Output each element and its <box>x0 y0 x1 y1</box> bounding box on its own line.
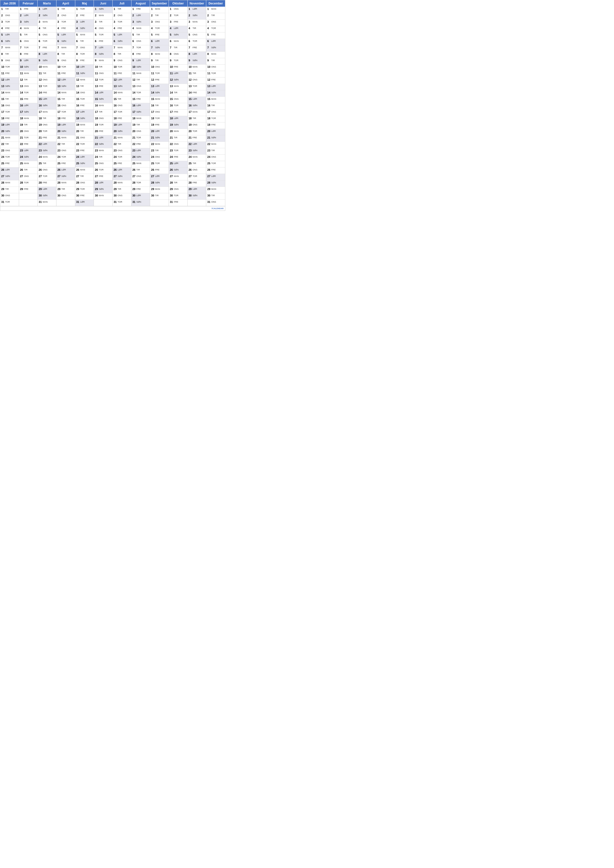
day-okt-18: 18LØR <box>169 116 187 122</box>
day-feb-24: 24SØN <box>19 155 37 161</box>
day-aug-12: 12TIR <box>132 78 150 84</box>
month-header-okt: Oktober <box>169 0 188 7</box>
day-dec-26: 26FRE <box>206 167 225 174</box>
day-mar-5: 5ONS <box>37 33 56 39</box>
day-sep-13: 13LØR <box>150 84 169 90</box>
day-aug-10: 10SØN <box>132 65 150 71</box>
day-sep-22: 22MAN <box>150 142 169 148</box>
day-aug-5: 5TIR <box>132 33 150 39</box>
day-jun-22: 22SØN <box>94 142 112 148</box>
day-okt-16: 16TOR <box>169 103 187 110</box>
day-maj-16: 16FRE <box>75 103 94 110</box>
day-jan-28: 28MAN <box>0 180 19 187</box>
day-nov-14: 14FRE <box>188 90 206 97</box>
day-apr-16: 16ONS <box>56 103 75 110</box>
day-aug-26: 26TIR <box>132 167 150 174</box>
day-nov-20: 20TOR <box>188 129 206 135</box>
day-feb-17: 17SØN <box>19 110 37 116</box>
day-jan-2: 2ONS <box>0 13 19 20</box>
day-maj-13: 13TIR <box>75 84 94 90</box>
day-jun-26: 26TOR <box>94 167 112 174</box>
calendar-brand: 7CALENDAR <box>211 207 224 209</box>
day-maj-28: 28ONS <box>75 180 94 187</box>
day-mar-14: 14FRE <box>37 90 56 97</box>
day-jun-4: 4ONS <box>94 26 112 33</box>
day-apr-10: 10TOR <box>56 65 75 71</box>
day-nov-29: 29LØR <box>188 187 206 193</box>
day-aug-19: 19TIR <box>132 122 150 129</box>
month-col-sep: 1MAN 2TIR 3ONS 4TOR 5FRE 6LØR 7SØN 8MAN … <box>150 7 169 206</box>
day-jun-6: 6FRE <box>94 39 112 45</box>
day-feb-25: 25MAN <box>19 161 37 167</box>
day-maj-25: 25SØN <box>75 161 94 167</box>
month-header-dec: December <box>206 0 225 7</box>
day-maj-23: 23FRE <box>75 148 94 155</box>
day-mar-28: 28FRE <box>37 180 56 187</box>
day-apr-11: 11FRE <box>56 71 75 78</box>
day-mar-23: 23SØN <box>37 148 56 155</box>
day-dec-19: 19FRE <box>206 122 225 129</box>
day-mar-27: 27TOR <box>37 174 56 180</box>
day-sep-23: 23TIR <box>150 148 169 155</box>
day-feb-6: 6ONS <box>19 39 37 45</box>
day-sep-empty <box>150 200 169 206</box>
day-aug-30: 30LØR <box>132 193 150 200</box>
day-okt-28: 28TIR <box>169 180 187 187</box>
day-okt-20: 20MAN <box>169 129 187 135</box>
day-okt-14: 14TIR <box>169 90 187 97</box>
day-nov-2: 2SØN <box>188 13 206 20</box>
day-aug-24: 24SØN <box>132 155 150 161</box>
day-feb-empty-1 <box>19 193 37 200</box>
day-aug-13: 13ONS <box>132 84 150 90</box>
day-nov-18: 18TIR <box>188 116 206 122</box>
day-dec-14: 14SØN <box>206 90 225 97</box>
day-dec-31: 31ONS <box>206 200 225 206</box>
day-dec-1: 1MAN <box>206 7 225 13</box>
day-maj-10: 10LØR <box>75 65 94 71</box>
day-feb-8: 8FRE <box>19 52 37 58</box>
day-apr-6: 6SØN <box>56 39 75 45</box>
day-nov-15: 15LØR <box>188 97 206 103</box>
day-apr-26: 26LØR <box>56 167 75 174</box>
day-dec-28: 28SØN <box>206 180 225 187</box>
day-sep-3: 3ONS <box>150 20 169 26</box>
day-dec-17: 17ONS <box>206 110 225 116</box>
day-jun-16: 16MAN <box>94 103 112 110</box>
day-aug-27: 27ONS <box>132 174 150 180</box>
day-feb-19: 19TIR <box>19 122 37 129</box>
day-mar-7: 7FRE <box>37 45 56 52</box>
day-maj-27: 27TIR <box>75 174 94 180</box>
day-sep-19: 19FRE <box>150 122 169 129</box>
day-nov-13: 13TOR <box>188 84 206 90</box>
day-apr-24: 24TOR <box>56 155 75 161</box>
day-dec-11: 11TOR <box>206 71 225 78</box>
day-feb-2: 2LØR <box>19 13 37 20</box>
day-sep-4: 4TOR <box>150 26 169 33</box>
day-jun-empty <box>94 200 112 206</box>
day-sep-14: 14SØN <box>150 90 169 97</box>
day-jan-4: 4FRE <box>0 26 19 33</box>
day-apr-5: 5LØR <box>56 33 75 39</box>
day-nov-30: 30SØN <box>188 193 206 200</box>
month-header-sep: September <box>150 0 169 7</box>
day-feb-5: 5TIR <box>19 33 37 39</box>
day-sep-2: 2TIR <box>150 13 169 20</box>
day-dec-22: 22MAN <box>206 142 225 148</box>
day-nov-21: 21FRE <box>188 135 206 142</box>
day-jul-7: 7MAN <box>113 45 131 52</box>
day-jun-29: 29SØN <box>94 187 112 193</box>
day-sep-15: 15MAN <box>150 97 169 103</box>
day-okt-10: 10FRE <box>169 65 187 71</box>
day-maj-6: 6TIR <box>75 39 94 45</box>
day-jan-20: 20SØN <box>0 129 19 135</box>
day-jun-27: 27FRE <box>94 174 112 180</box>
day-jun-8: 8SØN <box>94 52 112 58</box>
day-jul-14: 14MAN <box>113 90 131 97</box>
month-col-jun: 1SØN 2MAN 3TIR 4ONS 5TOR 6FRE 7LØR 8SØN … <box>94 7 113 206</box>
day-mar-30: 30SØN <box>37 193 56 200</box>
day-okt-26: 26SØN <box>169 167 187 174</box>
day-aug-22: 22FRE <box>132 142 150 148</box>
day-sep-17: 17ONS <box>150 110 169 116</box>
month-header-jul: Juli <box>113 0 132 7</box>
day-feb-7: 7TOR <box>19 45 37 52</box>
